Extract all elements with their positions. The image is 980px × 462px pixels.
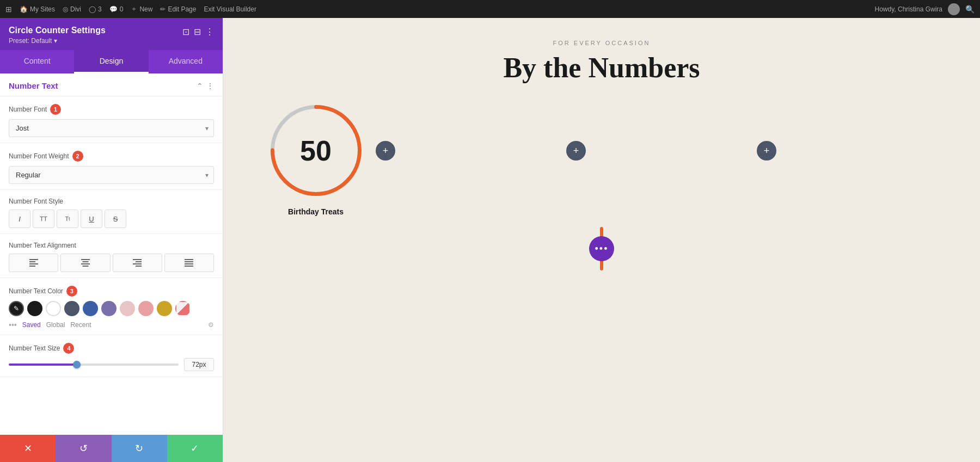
panel-title: Circle Counter Settings (9, 26, 106, 35)
swatch-gold[interactable] (157, 301, 172, 316)
add-counter-btn-3[interactable]: + (757, 141, 776, 161)
redo-button[interactable]: ↻ (112, 435, 167, 462)
panel-preset[interactable]: Preset: Default ▾ (9, 37, 106, 45)
my-sites-item[interactable]: 🏠 My Sites (20, 5, 55, 13)
number-font-select-wrapper: Jost Arial Georgia (9, 119, 214, 137)
alignment-buttons (9, 254, 214, 272)
undo-button[interactable]: ↺ (56, 435, 111, 462)
comments-item[interactable]: 💬 0 (109, 5, 124, 13)
plus-icon: ＋ (131, 4, 137, 14)
section-title-text: Number Text (9, 81, 58, 90)
search-icon[interactable]: 🔍 (965, 5, 975, 14)
align-right-button[interactable] (113, 254, 162, 272)
divi-item[interactable]: ◎ Divi (63, 5, 81, 13)
counter-item-1: 50 Birthday Treats (256, 100, 376, 216)
tabs-bar: Content Design Advanced (0, 50, 223, 73)
capitalize-button[interactable]: Tt (57, 210, 78, 228)
wp-logo-item[interactable]: ⊞ (5, 5, 12, 14)
tab-content[interactable]: Content (0, 50, 74, 73)
svg-rect-7 (82, 266, 88, 267)
swatch-pink[interactable] (138, 301, 154, 316)
counter-row: 50 Birthday Treats + + (223, 95, 980, 221)
svg-rect-9 (136, 261, 142, 262)
align-justify-button[interactable] (164, 254, 214, 272)
by-numbers-section: FOR EVERY OCCASION By the Numbers (492, 18, 710, 95)
color-dots[interactable]: ••• (9, 321, 17, 329)
number-text-size-label: Number Text Size 4 (9, 343, 214, 354)
swatch-black[interactable] (27, 301, 42, 316)
comments-count-label: 0 (120, 5, 124, 13)
font-style-buttons: I TT Tt U S (9, 210, 214, 228)
number-font-label: Number Font 1 (9, 104, 214, 115)
swatch-purple[interactable] (101, 301, 117, 316)
cancel-button[interactable]: ✕ (0, 435, 56, 462)
number-font-style-label: Number Font Style (9, 198, 214, 205)
tab-design[interactable]: Design (74, 50, 148, 73)
section-header: Number Text ⌃ ⋮ (0, 73, 223, 96)
color-tab-global[interactable]: Global (46, 321, 65, 329)
howdy-text: Howdy, Christina Gwira (875, 5, 942, 13)
section-more-icon[interactable]: ⋮ (206, 82, 214, 90)
wp-admin-bar: ⊞ 🏠 My Sites ◎ Divi ◯ 3 💬 0 ＋ New ✏ Edit… (0, 0, 980, 18)
tab-advanced[interactable]: Advanced (149, 50, 223, 73)
color-swatches (9, 301, 214, 316)
swatch-dark-gray[interactable] (64, 301, 79, 316)
my-sites-label: My Sites (30, 5, 55, 13)
italic-button[interactable]: I (9, 210, 30, 228)
svg-rect-14 (185, 263, 193, 264)
panel-content: Number Text ⌃ ⋮ Number Font 1 Jost Arial (0, 73, 223, 435)
size-slider-thumb[interactable] (73, 361, 81, 368)
add-counter-btn-1[interactable]: + (376, 141, 395, 161)
swatch-white[interactable] (46, 301, 61, 316)
svg-rect-13 (185, 261, 193, 262)
exit-builder-label: Exit Visual Builder (204, 5, 256, 13)
number-text-color-field: Number Text Color 3 ••• (0, 278, 223, 335)
underline-button[interactable]: U (81, 210, 102, 228)
swatch-blue[interactable] (83, 301, 98, 316)
align-center-button[interactable] (60, 254, 110, 272)
number-font-style-field: Number Font Style I TT Tt U S (0, 190, 223, 234)
circle-count-item[interactable]: ◯ 3 (89, 5, 102, 13)
collapse-icon[interactable]: ⊟ (194, 27, 201, 37)
panel-header: Circle Counter Settings Preset: Default … (0, 18, 223, 50)
svg-rect-2 (29, 263, 38, 264)
color-tab-saved[interactable]: Saved (22, 321, 41, 329)
svg-rect-12 (185, 259, 193, 260)
color-tab-recent[interactable]: Recent (70, 321, 91, 329)
swatch-pink-light[interactable] (120, 301, 135, 316)
collapse-section-icon[interactable]: ⌃ (197, 82, 203, 90)
number-font-select[interactable]: Jost Arial Georgia (9, 119, 214, 137)
panel-header-icons: ⊡ ⊟ ⋮ (182, 27, 214, 37)
new-item[interactable]: ＋ New (131, 4, 152, 14)
section-title: Number Text (9, 81, 58, 90)
exit-builder-item[interactable]: Exit Visual Builder (204, 5, 256, 13)
size-slider-track[interactable] (9, 364, 179, 366)
add-counter-btn-2[interactable]: + (566, 141, 586, 161)
swatch-diagonal[interactable] (175, 301, 191, 316)
counter-label: Birthday Treats (288, 207, 344, 216)
align-left-button[interactable] (9, 254, 58, 272)
save-button[interactable]: ✓ (167, 435, 223, 462)
svg-rect-6 (81, 263, 90, 264)
fullscreen-icon[interactable]: ⊡ (182, 27, 189, 37)
strikethrough-button[interactable]: S (105, 210, 126, 228)
number-font-weight-select[interactable]: Regular Bold Light (9, 166, 214, 184)
uppercase-button[interactable]: TT (33, 210, 54, 228)
section-actions: ⌃ ⋮ (197, 82, 214, 90)
color-settings-icon[interactable]: ⚙ (208, 321, 214, 329)
badge-3: 3 (66, 286, 77, 297)
number-font-weight-field: Number Font Weight 2 Regular Bold Light (0, 143, 223, 190)
color-picker-button[interactable] (9, 301, 24, 316)
size-slider-value[interactable] (184, 358, 214, 371)
edit-page-item[interactable]: ✏ Edit Page (160, 5, 196, 13)
by-numbers-title: By the Numbers (503, 52, 700, 84)
admin-bar-right: Howdy, Christina Gwira 🔍 (875, 3, 975, 15)
number-text-alignment-field: Number Text Alignment (0, 234, 223, 278)
floating-dots-button[interactable]: ••• (589, 236, 614, 261)
svg-rect-5 (82, 261, 88, 262)
panel-header-left: Circle Counter Settings Preset: Default … (9, 26, 106, 45)
canvas-area: FOR EVERY OCCASION By the Numbers 50 (223, 18, 980, 462)
more-options-icon[interactable]: ⋮ (205, 27, 214, 37)
bottom-orange-area: ••• (600, 227, 603, 270)
circle-counter-1: 50 (266, 100, 366, 201)
